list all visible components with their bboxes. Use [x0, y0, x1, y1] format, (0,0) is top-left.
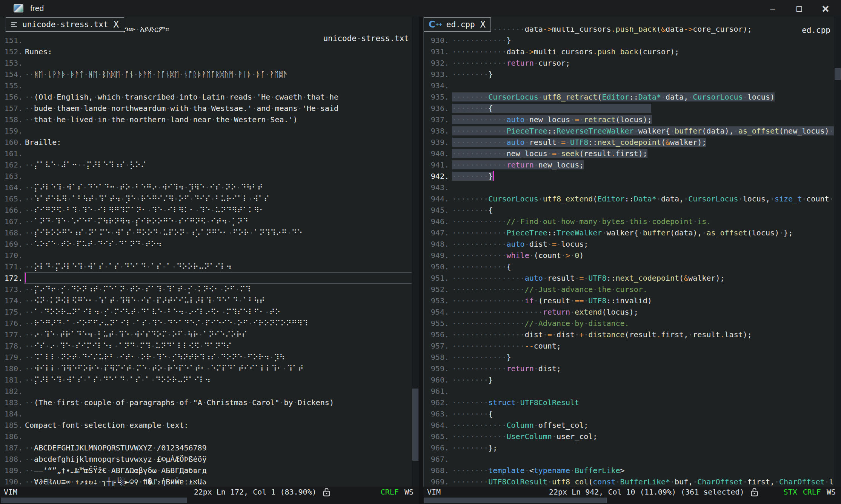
left-status-bar: VIM 22px Ln 172, Col 1 (83.90%) CRLFWS [0, 487, 419, 497]
code-line: 957.················--count; [424, 340, 841, 352]
status-badge-stx: STX [784, 487, 797, 496]
line-number: 156. [0, 91, 24, 103]
status-badge-ws: WS [827, 487, 836, 496]
line-number: 183. [0, 397, 24, 408]
line-number: 176. [0, 318, 24, 329]
line-number: 941. [424, 159, 450, 171]
code-line: 968.········template·<typename·BufferLik… [424, 465, 841, 476]
left-vertical-scrollbar[interactable] [412, 17, 419, 487]
code-line: 960.········} [424, 374, 841, 386]
line-number: 956. [424, 329, 450, 340]
left-code-area[interactable]: 150.··እግዜር·የከፈተውን·ጉሮሮ·ሳይዘጋው·አይድርም።151.15… [0, 27, 419, 487]
cursor-position-label: 22px Ln 942, Col 10 (11.09%) (361 select… [549, 487, 744, 496]
line-number: 179. [0, 352, 24, 363]
code-line: 181.··⡍⠜⠇⠑⠹·⠺⠁⠎·⠁⠎·⠙⠑⠁⠙·⠁⠎·⠁·⠙⠕⠕⠗⠤⠝⠁⠊⠇⠲ [0, 374, 419, 386]
line-number: 186. [0, 431, 24, 442]
line-number: 950. [424, 261, 450, 272]
line-number: 178. [0, 340, 24, 352]
code-line: 175.··⠁·⠙⠕⠕⠗⠤⠝⠁⠊⠇⠲·⡊·⠍⠊⠣⠞·⠙⠁⠧⠑·⠃⠑⠲·⠔⠊⠇⠔⠫… [0, 306, 419, 318]
line-number: 965. [424, 431, 450, 442]
line-number: 945. [424, 204, 450, 216]
line-number: 168. [0, 227, 24, 238]
code-line: 935.········CursorLocus·utf8_retract(Edi… [424, 91, 841, 103]
line-number: 949. [424, 250, 450, 261]
code-line: 941.············return·new_locus; [424, 159, 841, 171]
close-button[interactable]: × [812, 0, 839, 17]
pane-divider[interactable] [419, 17, 423, 504]
code-line: 173.··⡍⠔⠙⠖·⡊·⠙⠕⠝⠰⠞·⠍⠑⠁⠝·⠞⠕·⠎⠁⠹·⠹⠁⠞·⡊·⠅⠝⠪… [0, 284, 419, 295]
tab-label: ed.cpp [446, 20, 475, 29]
line-number: 189. [0, 465, 24, 476]
line-number: 174. [0, 295, 24, 306]
text-file-icon [11, 21, 18, 28]
code-line: 963.········{ [424, 408, 841, 419]
code-line: 947.············PieceTree::TreeWalker·wa… [424, 227, 841, 238]
line-number: 172. [0, 272, 24, 284]
line-number: 184. [0, 408, 24, 419]
tab-close-icon[interactable]: X [114, 19, 119, 30]
maximize-button[interactable]: □ [786, 0, 812, 17]
code-line: 961. [424, 386, 841, 397]
code-line: 938.············PieceTree::ReverseTreeWa… [424, 125, 841, 137]
filename-overlay: unicode-stress.txt [323, 34, 409, 43]
line-number: 963. [424, 408, 450, 419]
status-badge-ws: WS [404, 487, 414, 496]
line-number: 934. [424, 80, 450, 91]
code-line: 950.············{ [424, 261, 841, 272]
line-number: 165. [0, 193, 24, 204]
code-line: 930.············} [424, 35, 841, 46]
code-line: 962.········struct·UTF8ColResult [424, 397, 841, 408]
tab-ed-cpp[interactable]: C++ ed.cpp X [423, 17, 491, 32]
code-line: 944.········CursorLocus·utf8_extend(Edit… [424, 193, 841, 204]
title-bar: fred — □ × [0, 0, 841, 17]
line-number: 160. [0, 137, 24, 148]
line-number: 942. [424, 171, 450, 182]
line-number: 152. [0, 46, 24, 57]
status-badge-crlf: CRLF [381, 487, 399, 496]
line-number: 966. [424, 442, 450, 453]
line-number: 185. [0, 419, 24, 431]
right-editor-pane[interactable]: 929.················data->multi_cursors.… [423, 17, 841, 487]
right-code-area[interactable]: 929.················data->multi_cursors.… [424, 27, 841, 487]
line-number: 158. [0, 114, 24, 125]
right-horizontal-scrollbar-thumb[interactable] [424, 498, 607, 503]
line-number: 153. [0, 57, 24, 69]
code-line: 190.··∀∂∈ℝ∧∪≡∞·↑↗↨↻⇣·┐┼╔╘░►☺♀·ﬁ�⑀₂ἠḂӥẄɐː… [0, 476, 419, 487]
line-number: 167. [0, 216, 24, 227]
right-horizontal-scrollbar[interactable] [423, 497, 841, 504]
line-number: 960. [424, 374, 450, 386]
line-number: 171. [0, 261, 24, 272]
line-number: 938. [424, 125, 450, 137]
left-editor-pane[interactable]: 150.··እግዜር·የከፈተውን·ጉሮሮ·ሳይዘጋው·አይድርም።151.15… [0, 17, 419, 487]
code-line: 168.··⡎⠊⠗⠕⠕⠛⠑⠰⠎·⠝⠁⠍⠑·⠺⠁⠎·⠛⠕⠕⠙·⠥⠏⠕⠝·⠰⡡⠁⠝⠛… [0, 227, 419, 238]
vim-mode-label: VIM [427, 487, 441, 496]
window-title: fred [30, 4, 44, 13]
code-line: 162.··⡌⠁⠧⠑·⠼⠁⠒··⡍⠜⠇⠑⠹⠰⠎·⡣⠕⠌ [0, 159, 419, 171]
right-vertical-scrollbar-thumb[interactable] [835, 68, 841, 80]
code-line: 179.··⠩⠁⠇⠇·⠝⠕⠞·⠙⠊⠌⠥⠗⠃·⠊⠞⠂·⠕⠗·⠹⠑·⡊⠳⠝⠞⠗⠹⠰⠎… [0, 352, 419, 363]
line-number: 957. [424, 340, 450, 352]
left-horizontal-scrollbar-thumb[interactable] [1, 498, 187, 503]
right-vertical-scrollbar[interactable] [834, 17, 841, 487]
left-vertical-scrollbar-thumb[interactable] [412, 389, 418, 461]
window-controls: — □ × [760, 0, 839, 17]
tab-close-icon[interactable]: X [480, 19, 486, 30]
line-number: 937. [424, 114, 450, 125]
line-number: 951. [424, 272, 450, 284]
code-line: 954.····················return·extend(lo… [424, 306, 841, 318]
code-line: 933.········} [424, 69, 841, 80]
code-line: 166.··⠎⠊⠛⠝⠫·⠃⠹·⠹⠑·⠊⠇⠻⠛⠹⠍⠁⠝⠂·⠹⠑·⠊⠇⠻⠅⠂·⠹⠑·… [0, 204, 419, 216]
line-number: 170. [0, 250, 24, 261]
code-line: 185.Compact·font·selection·example·text: [0, 419, 419, 431]
code-line: 965.············UserColumn·user_col; [424, 431, 841, 442]
minimize-button[interactable]: — [760, 0, 786, 17]
code-line: 180.··⠺⠊⠇⠇·⠹⠻⠑⠋⠕⠗⠑·⠏⠻⠍⠊⠞·⠍⠑·⠞⠕·⠗⠑⠏⠑⠁⠞⠂·⠑… [0, 363, 419, 374]
tab-unicode-stress[interactable]: unicode-stress.txt X [6, 17, 124, 32]
code-line: 156.··(Old·English,·which·transcribed·in… [0, 91, 419, 103]
line-number: 955. [424, 318, 450, 329]
code-line: 966.········}; [424, 442, 841, 453]
left-horizontal-scrollbar[interactable] [0, 497, 419, 504]
line-number: 962. [424, 397, 450, 408]
code-line: 186. [0, 431, 419, 442]
line-number: 936. [424, 103, 450, 114]
